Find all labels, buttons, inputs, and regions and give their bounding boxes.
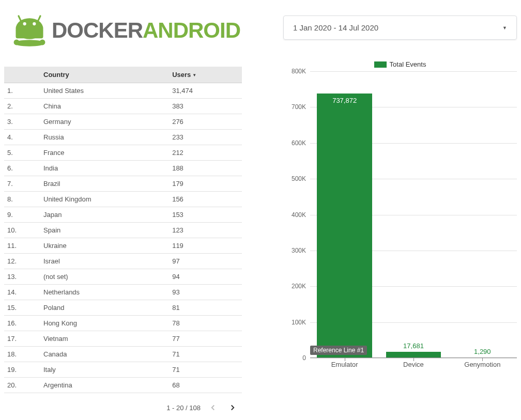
bar-slot: 17,681 — [379, 71, 448, 358]
cell-country: Israel — [40, 254, 169, 269]
cell-rank: 12. — [4, 254, 40, 269]
cell-country: France — [40, 145, 169, 161]
table-row[interactable]: 10.Spain123 — [4, 223, 242, 238]
col-users[interactable]: Users▼ — [169, 67, 242, 83]
cell-users: 31,474 — [169, 83, 242, 99]
y-tick-label: 600K — [292, 139, 306, 147]
chevron-left-icon — [208, 403, 218, 412]
table-row[interactable]: 12.Israel97 — [4, 254, 242, 269]
cell-rank: 11. — [4, 238, 40, 254]
table-row[interactable]: 4.Russia233 — [4, 130, 242, 145]
x-axis-label: Genymotion — [448, 361, 517, 368]
cell-users: 153 — [169, 207, 242, 223]
bar-value-label: 1,290 — [474, 348, 491, 355]
chart-legend: Total Events — [283, 60, 517, 68]
pagination: 1 - 20 / 108 — [4, 393, 242, 417]
cell-users: 276 — [169, 114, 242, 130]
cell-rank: 20. — [4, 378, 40, 393]
svg-point-7 — [14, 40, 20, 45]
y-tick-label: 300K — [292, 247, 306, 254]
cell-country: Japan — [40, 207, 169, 223]
cell-rank: 4. — [4, 130, 40, 145]
cell-users: 156 — [169, 192, 242, 207]
cell-rank: 2. — [4, 99, 40, 114]
cell-country: Spain — [40, 223, 169, 238]
logo: DOCKERANDROID — [9, 9, 242, 51]
cell-rank: 3. — [4, 114, 40, 130]
cell-country: Netherlands — [40, 285, 169, 300]
sort-desc-icon: ▼ — [192, 73, 196, 77]
cell-country: United Kingdom — [40, 192, 169, 207]
cell-users: 71 — [169, 362, 242, 378]
cell-rank: 6. — [4, 161, 40, 176]
table-row[interactable]: 20.Argentina68 — [4, 378, 242, 393]
table-row[interactable]: 19.Italy71 — [4, 362, 242, 378]
y-tick-label: 800K — [292, 68, 306, 75]
table-row[interactable]: 3.Germany276 — [4, 114, 242, 130]
cell-rank: 1. — [4, 83, 40, 99]
table-row[interactable]: 7.Brazil179 — [4, 176, 242, 192]
date-range-picker[interactable]: 1 Jan 2020 - 14 Jul 2020 ▼ — [283, 15, 517, 40]
table-row[interactable]: 13.(not set)94 — [4, 269, 242, 285]
cell-country: Poland — [40, 300, 169, 316]
pagination-label: 1 - 20 / 108 — [166, 404, 201, 412]
y-tick-label: 0 — [302, 354, 306, 362]
cell-users: 179 — [169, 176, 242, 192]
table-row[interactable]: 9.Japan153 — [4, 207, 242, 223]
table-row[interactable]: 16.Hong Kong78 — [4, 316, 242, 331]
table-row[interactable]: 5.France212 — [4, 145, 242, 161]
chevron-right-icon — [228, 403, 237, 412]
cell-rank: 10. — [4, 223, 40, 238]
bar-chart: 0100K200K300K400K500K600K700K800K 737,87… — [283, 71, 517, 371]
x-axis-label: Emulator — [310, 361, 379, 368]
cell-country: Argentina — [40, 378, 169, 393]
cell-country: Germany — [40, 114, 169, 130]
bar[interactable]: 737,872 — [317, 94, 372, 358]
cell-country: Hong Kong — [40, 316, 169, 331]
svg-rect-4 — [18, 15, 22, 22]
cell-users: 97 — [169, 254, 242, 269]
cell-country: Vietnam — [40, 331, 169, 347]
table-row[interactable]: 14.Netherlands93 — [4, 285, 242, 300]
svg-point-8 — [40, 40, 45, 45]
bar-slot: 737,872 — [310, 71, 379, 358]
cell-users: 94 — [169, 269, 242, 285]
cell-users: 119 — [169, 238, 242, 254]
cell-users: 68 — [169, 378, 242, 393]
col-country[interactable]: Country — [40, 67, 169, 83]
table-row[interactable]: 18.Canada71 — [4, 347, 242, 362]
next-page-button[interactable] — [225, 400, 240, 415]
date-range-label: 1 Jan 2020 - 14 Jul 2020 — [293, 23, 378, 32]
cell-users: 383 — [169, 99, 242, 114]
cell-users: 212 — [169, 145, 242, 161]
cell-rank: 15. — [4, 300, 40, 316]
cell-country: Russia — [40, 130, 169, 145]
cell-country: Italy — [40, 362, 169, 378]
cell-country: Brazil — [40, 176, 169, 192]
cell-rank: 18. — [4, 347, 40, 362]
table-row[interactable]: 2.China383 — [4, 99, 242, 114]
legend-swatch — [374, 61, 387, 68]
logo-text: DOCKERANDROID — [52, 20, 240, 41]
bar-slot: 1,290 — [448, 71, 517, 358]
cell-country: United States — [40, 83, 169, 99]
col-rank[interactable] — [4, 67, 40, 83]
y-tick-label: 100K — [292, 319, 306, 326]
table-row[interactable]: 6.India188 — [4, 161, 242, 176]
android-icon — [9, 9, 50, 51]
bar-value-label: 17,681 — [403, 342, 424, 350]
table-row[interactable]: 15.Poland81 — [4, 300, 242, 316]
cell-users: 93 — [169, 285, 242, 300]
table-row[interactable]: 1.United States31,474 — [4, 83, 242, 99]
y-tick-label: 700K — [292, 103, 306, 111]
cell-rank: 9. — [4, 207, 40, 223]
table-row[interactable]: 17.Vietnam77 — [4, 331, 242, 347]
prev-page-button[interactable] — [206, 400, 220, 415]
cell-rank: 7. — [4, 176, 40, 192]
table-row[interactable]: 11.Ukraine119 — [4, 238, 242, 254]
table-row[interactable]: 8.United Kingdom156 — [4, 192, 242, 207]
cell-users: 81 — [169, 300, 242, 316]
cell-users: 78 — [169, 316, 242, 331]
legend-label: Total Events — [390, 60, 426, 68]
cell-rank: 5. — [4, 145, 40, 161]
